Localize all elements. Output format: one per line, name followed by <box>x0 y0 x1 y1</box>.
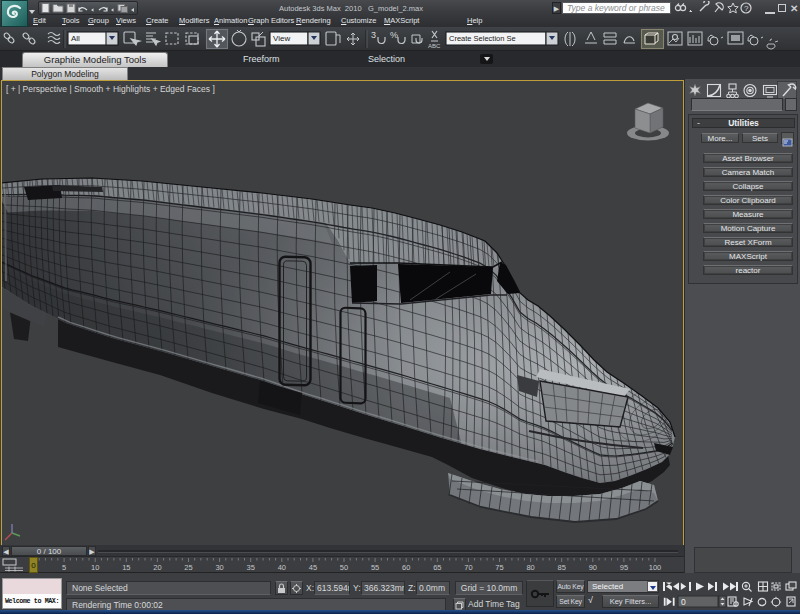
svg-text:View: View <box>273 34 290 43</box>
svg-text:All: All <box>71 34 80 43</box>
svg-text:Create Selection Se: Create Selection Se <box>449 34 516 43</box>
svg-text:95: 95 <box>620 563 628 572</box>
svg-text:10: 10 <box>91 563 99 572</box>
svg-text:5: 5 <box>62 563 66 572</box>
svg-text:70: 70 <box>464 563 472 572</box>
svg-text:40: 40 <box>278 563 286 572</box>
svg-text:ABC: ABC <box>428 43 441 49</box>
svg-text:100: 100 <box>649 563 662 572</box>
svg-text:?: ? <box>744 4 749 13</box>
svg-text:25: 25 <box>184 563 192 572</box>
svg-text:50: 50 <box>340 563 348 572</box>
svg-text:15: 15 <box>122 563 130 572</box>
svg-text:60: 60 <box>402 563 410 572</box>
svg-text:%: % <box>390 30 398 40</box>
svg-text:45: 45 <box>309 563 317 572</box>
svg-text:20: 20 <box>153 563 161 572</box>
svg-text:3: 3 <box>371 30 376 40</box>
svg-text:[ + | Perspective | Smooth +: [ + | Perspective | Smooth + Highlights … <box>6 84 215 94</box>
svg-text:35: 35 <box>247 563 255 572</box>
svg-text:85: 85 <box>558 563 566 572</box>
svg-text:80: 80 <box>526 563 534 572</box>
svg-text:0: 0 <box>681 597 686 607</box>
svg-text:30: 30 <box>215 563 223 572</box>
svg-text:65: 65 <box>433 563 441 572</box>
svg-text:55: 55 <box>371 563 379 572</box>
svg-text:90: 90 <box>589 563 597 572</box>
svg-text:75: 75 <box>495 563 503 572</box>
